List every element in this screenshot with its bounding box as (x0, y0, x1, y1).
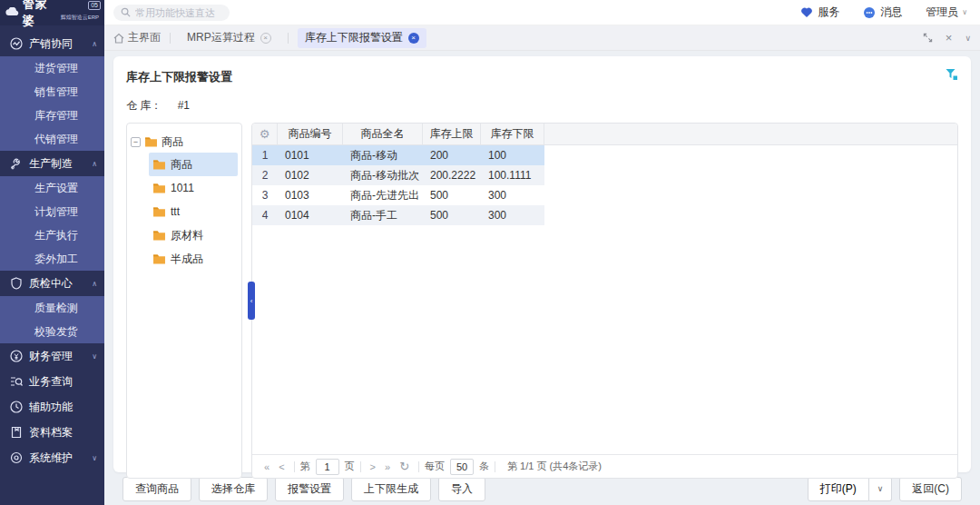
sidebar-group-xitong[interactable]: 系统维护 ∨ (0, 445, 104, 470)
sidebar-item-shengchanshezhi[interactable]: 生产设置 (0, 176, 104, 200)
message-button[interactable]: 消息 (863, 5, 902, 20)
service-button[interactable]: 服务 (800, 5, 839, 20)
table-row[interactable]: 2 0102 商品-移动批次 200.2222 100.1111 (252, 165, 544, 185)
sidebar-menu: 产销协同 ∧ 进货管理 销售管理 库存管理 代销管理 生产制造 ∧ 生产设置 计… (0, 25, 104, 505)
chevron-down-icon[interactable]: ∨ (965, 34, 971, 43)
tab-home-label: 主界面 (128, 30, 161, 45)
sidebar-item-zhiliang[interactable]: 质量检测 (0, 296, 104, 320)
sidebar-item-kucun[interactable]: 库存管理 (0, 104, 104, 127)
close-all-icon[interactable]: × (946, 31, 953, 45)
sidebar-item-daixiao[interactable]: 代销管理 (0, 127, 104, 151)
sidebar-group-fuzhu[interactable]: 辅助功能 (0, 394, 104, 420)
row-index: 3 (252, 189, 278, 202)
page-title: 库存上下限报警设置 (126, 69, 958, 85)
back-button[interactable]: 返回(C) (899, 477, 962, 501)
divider (418, 461, 419, 472)
close-icon[interactable]: × (260, 33, 271, 44)
tab-stock-alert[interactable]: 库存上下限报警设置 × (298, 28, 426, 48)
shield-icon (9, 277, 24, 290)
table-row[interactable]: 3 0103 商品-先进先出 500 300 (252, 185, 544, 205)
tab-label: MRP运算过程 (187, 30, 255, 45)
page-prefix: 第 (300, 460, 310, 473)
column-header-upper[interactable]: 库存上限 (423, 124, 481, 144)
cell-code: 0101 (278, 149, 343, 162)
app-window: 管家婆 辉煌智造云ERP 05 产销协同 ∧ 进货管理 销售管理 库存管理 代销… (0, 0, 980, 505)
cell-code: 0103 (278, 189, 343, 202)
tree-node-ttt[interactable]: ttt (149, 200, 238, 223)
tree-node-label: ttt (171, 205, 180, 218)
divider (170, 33, 171, 44)
alert-settings-button[interactable]: 报警设置 (275, 477, 344, 501)
page-suffix: 页 (345, 460, 355, 473)
cell-upper: 200 (423, 149, 481, 162)
warehouse-row: 仓 库： #1 (126, 98, 958, 114)
sidebar-group-caiwu[interactable]: 财务管理 ∨ (0, 343, 104, 369)
user-menu[interactable]: 管理员 ∨ (926, 5, 967, 20)
sidebar-group-chanxiao[interactable]: 产销协同 ∧ (0, 31, 104, 56)
quick-search[interactable] (113, 5, 230, 21)
cell-code: 0102 (278, 169, 343, 182)
table-body: 1 0101 商品-移动 200 100 2 0102 商品-移动批次 200.… (252, 145, 957, 454)
sidebar-item-jiaoyan[interactable]: 校验发货 (0, 320, 104, 343)
generate-limits-button[interactable]: 上下限生成 (351, 477, 431, 501)
column-settings-button[interactable]: ⚙ (252, 124, 278, 144)
first-page-button[interactable]: « (260, 461, 274, 472)
per-page-input[interactable] (450, 459, 474, 475)
tab-mrp[interactable]: MRP运算过程 × (180, 28, 279, 48)
sidebar-group-label: 业务查询 (29, 374, 97, 390)
select-warehouse-button[interactable]: 选择仓库 (199, 477, 268, 501)
table-row[interactable]: 1 0101 商品-移动 200 100 (252, 145, 544, 165)
sidebar-item-jihua[interactable]: 计划管理 (0, 200, 104, 223)
column-header-name[interactable]: 商品全名 (343, 124, 423, 144)
submenu-zhijian: 质量检测 校验发货 (0, 296, 104, 343)
refresh-icon[interactable]: ↻ (395, 460, 414, 473)
print-button[interactable]: 打印(P) (808, 477, 869, 501)
cell-name: 商品-先进先出 (343, 188, 423, 203)
import-button[interactable]: 导入 (438, 477, 485, 501)
sidebar-item-weiwai[interactable]: 委外加工 (0, 247, 104, 271)
search-doc-icon (9, 375, 24, 388)
topbar: 服务 消息 管理员 ∨ (104, 0, 980, 25)
search-input[interactable] (135, 7, 222, 18)
tree-node-1011[interactable]: 1011 (149, 176, 238, 200)
tree-node-yuancailiao[interactable]: 原材料 (149, 223, 238, 247)
page-number-input[interactable] (316, 459, 339, 475)
category-tree: − 商品 商品 1011 (126, 123, 242, 479)
filter-icon[interactable] (945, 67, 958, 84)
last-page-button[interactable]: » (380, 461, 395, 472)
sidebar-item-zhixing[interactable]: 生产执行 (0, 223, 104, 247)
prev-page-button[interactable]: < (274, 461, 289, 472)
sidebar-group-zhijian[interactable]: 质检中心 ∧ (0, 271, 104, 296)
tree-node-label: 商品 (171, 157, 192, 173)
cell-lower: 300 (481, 189, 544, 202)
folder-icon (152, 230, 166, 241)
table-row[interactable]: 4 0104 商品-手工 500 300 (252, 205, 544, 225)
tree-node-shangpin[interactable]: 商品 (149, 153, 238, 176)
archive-icon (9, 426, 24, 439)
close-icon[interactable]: × (408, 33, 419, 44)
tree-node-bancheng[interactable]: 半成品 (149, 247, 238, 271)
chevron-down-icon: ∨ (92, 352, 97, 361)
sidebar-group-shengchan[interactable]: 生产制造 ∧ (0, 151, 104, 176)
tree-root-node[interactable]: − 商品 (131, 131, 238, 153)
folder-icon (152, 183, 166, 193)
print-dropdown-button[interactable]: ∨ (869, 477, 893, 501)
chevron-down-icon: ∨ (962, 8, 967, 16)
column-header-code[interactable]: 商品编号 (278, 124, 343, 144)
fullscreen-icon[interactable] (923, 33, 933, 43)
print-split-button: 打印(P) ∨ (808, 477, 893, 501)
next-page-button[interactable]: > (366, 461, 380, 472)
factory-icon (9, 157, 24, 170)
tab-home[interactable]: 主界面 (113, 30, 161, 45)
collapse-expander-icon[interactable]: − (131, 137, 141, 147)
gear-icon (9, 451, 24, 464)
column-header-lower[interactable]: 库存下限 (481, 124, 544, 144)
assist-icon (9, 401, 24, 413)
panel-collapse-handle[interactable]: ‹ (248, 282, 255, 320)
folder-icon (144, 136, 158, 147)
sidebar-item-xiaoshou[interactable]: 销售管理 (0, 80, 104, 104)
sidebar-item-jinhuo[interactable]: 进货管理 (0, 56, 104, 80)
query-goods-button[interactable]: 查询商品 (122, 477, 191, 501)
sidebar-group-yewu[interactable]: 业务查询 (0, 369, 104, 394)
sidebar-group-ziliao[interactable]: 资料档案 (0, 420, 104, 445)
